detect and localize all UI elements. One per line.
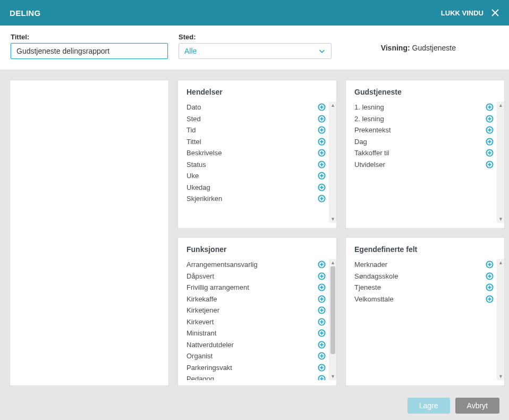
item-label: Tittel bbox=[186, 138, 201, 146]
add-icon bbox=[318, 172, 326, 180]
item-label: Velkomsttale bbox=[354, 295, 394, 303]
add-icon bbox=[486, 295, 494, 303]
add-icon bbox=[318, 126, 326, 134]
top-controls: Tittel: Sted: Alle Visning: Gudstjeneste bbox=[0, 26, 509, 70]
add-icon bbox=[318, 103, 326, 111]
title-input[interactable] bbox=[11, 43, 168, 59]
cancel-button[interactable]: Avbryt bbox=[455, 398, 499, 414]
list-item[interactable]: Tid bbox=[186, 124, 329, 136]
list-item[interactable]: Utvidelser bbox=[354, 159, 497, 171]
list-item[interactable]: Sted bbox=[186, 113, 329, 125]
add-icon bbox=[486, 138, 494, 146]
add-icon bbox=[318, 283, 326, 291]
list-item[interactable]: Takkoffer til bbox=[354, 147, 497, 159]
list-item[interactable]: Ministrant bbox=[186, 327, 329, 339]
list-item[interactable]: 1. lesning bbox=[354, 102, 497, 113]
title-group: Tittel: bbox=[11, 33, 168, 59]
sted-value: Alle bbox=[184, 47, 197, 55]
add-icon bbox=[318, 115, 326, 123]
item-label: Takkoffer til bbox=[354, 149, 389, 157]
list-item[interactable]: Frivillig arrangement bbox=[186, 282, 329, 293]
close-window-text[interactable]: LUKK VINDU bbox=[441, 9, 483, 17]
list-item[interactable]: Skjerikirken bbox=[186, 193, 329, 205]
list-gudstjeneste: 1. lesning2. lesningPrekentekstDagTakkof… bbox=[354, 102, 497, 223]
scroll-thumb[interactable] bbox=[330, 266, 335, 354]
scrollbar[interactable]: ▲ ▼ bbox=[329, 259, 336, 380]
scroll-up-icon[interactable]: ▲ bbox=[329, 259, 336, 266]
add-icon bbox=[318, 261, 326, 268]
scroll-down-icon[interactable]: ▼ bbox=[497, 215, 504, 223]
list-item[interactable]: Beskrivelse bbox=[186, 147, 329, 159]
panel-funksjoner: Funksjoner ArrangementsansvarligDåpsvert… bbox=[177, 237, 337, 386]
list-item[interactable]: Nattverdutdeler bbox=[186, 339, 329, 351]
list-item[interactable]: Kirkevert bbox=[186, 316, 329, 328]
list-item[interactable]: Tittel bbox=[186, 136, 329, 148]
item-label: Parkeringsvakt bbox=[186, 364, 232, 372]
list-item[interactable]: 2. lesning bbox=[354, 113, 497, 125]
list-item[interactable]: Søndagsskole bbox=[354, 271, 497, 282]
item-label: Ministrant bbox=[186, 329, 216, 337]
add-icon bbox=[318, 195, 326, 203]
visning-display: Visning: Gudstjeneste bbox=[381, 33, 498, 52]
scroll-up-icon[interactable]: ▲ bbox=[497, 102, 504, 109]
add-icon bbox=[486, 115, 494, 123]
item-label: Kirkekaffe bbox=[186, 295, 217, 303]
item-label: Prekentekst bbox=[354, 126, 391, 134]
item-label: Tid bbox=[186, 126, 196, 134]
item-label: Sted bbox=[186, 115, 201, 123]
list-item[interactable]: Organist bbox=[186, 350, 329, 362]
list-item[interactable]: Parkeringsvakt bbox=[186, 362, 329, 374]
scroll-down-icon[interactable]: ▼ bbox=[329, 215, 336, 223]
item-label: 1. lesning bbox=[354, 103, 384, 111]
list-item[interactable]: Tjeneste bbox=[354, 282, 497, 293]
list-item[interactable]: Ukedag bbox=[186, 182, 329, 194]
list-item[interactable]: Status bbox=[186, 159, 329, 171]
sted-label: Sted: bbox=[179, 33, 332, 41]
add-icon bbox=[318, 352, 326, 360]
scroll-up-icon[interactable]: ▲ bbox=[497, 259, 504, 266]
panel-selected-fields bbox=[10, 80, 169, 386]
item-label: Nattverdutdeler bbox=[186, 341, 234, 349]
scroll-down-icon[interactable]: ▼ bbox=[329, 373, 336, 380]
list-item[interactable]: Uke bbox=[186, 170, 329, 182]
list-item[interactable]: Arrangementsansvarlig bbox=[186, 259, 329, 271]
scroll-down-icon[interactable]: ▼ bbox=[497, 373, 504, 380]
scrollbar[interactable]: ▲ ▼ bbox=[497, 259, 504, 380]
add-icon bbox=[318, 149, 326, 157]
sted-group: Sted: Alle bbox=[179, 33, 332, 59]
scrollbar[interactable]: ▲ ▼ bbox=[497, 102, 504, 223]
scroll-up-icon[interactable]: ▲ bbox=[329, 102, 336, 109]
item-label: Uke bbox=[186, 172, 199, 180]
list-item[interactable]: Dato bbox=[186, 102, 329, 113]
list-item[interactable]: Kirketjener bbox=[186, 305, 329, 316]
item-label: Beskrivelse bbox=[186, 149, 222, 157]
scrollbar[interactable]: ▲ ▼ bbox=[329, 102, 336, 223]
item-label: Ukedag bbox=[186, 183, 210, 191]
list-item[interactable]: Merknader bbox=[354, 259, 497, 271]
add-icon bbox=[486, 149, 494, 157]
close-icon[interactable] bbox=[491, 9, 499, 17]
item-label: Utvidelser bbox=[354, 161, 385, 169]
list-item[interactable]: Kirkekaffe bbox=[186, 293, 329, 305]
add-icon bbox=[318, 375, 326, 380]
panel-hendelser: Hendelser DatoStedTidTittelBeskrivelseSt… bbox=[177, 80, 337, 229]
sted-select[interactable]: Alle bbox=[179, 43, 332, 59]
list-item[interactable]: Dag bbox=[354, 136, 497, 148]
dialog-title: DELING bbox=[10, 9, 40, 18]
dialog-header: DELING LUKK VINDU bbox=[0, 0, 509, 26]
add-icon bbox=[318, 272, 326, 280]
list-funksjoner: ArrangementsansvarligDåpsvertFrivillig a… bbox=[186, 259, 329, 380]
add-icon bbox=[318, 318, 326, 326]
item-label: Kirketjener bbox=[186, 306, 219, 314]
item-label: Søndagsskole bbox=[354, 272, 398, 280]
list-item[interactable]: Dåpsvert bbox=[186, 271, 329, 282]
footer: Lagre Avbryt bbox=[0, 391, 509, 420]
add-icon bbox=[318, 161, 326, 169]
list-item[interactable]: Prekentekst bbox=[354, 124, 497, 136]
save-button[interactable]: Lagre bbox=[408, 398, 450, 414]
add-icon bbox=[486, 283, 494, 291]
add-icon bbox=[486, 272, 494, 280]
list-item[interactable]: Pedagog bbox=[186, 373, 329, 380]
item-label: Frivillig arrangement bbox=[186, 283, 249, 291]
list-item[interactable]: Velkomsttale bbox=[354, 293, 497, 305]
